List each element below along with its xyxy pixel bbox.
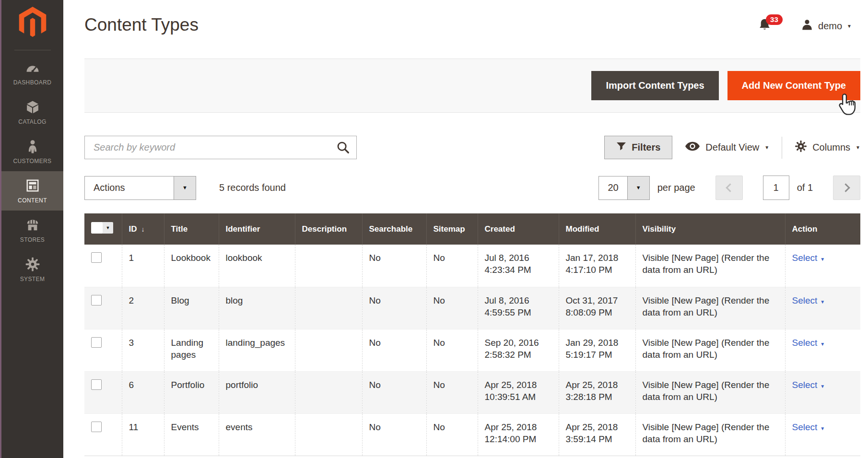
per-page-label: per page	[657, 182, 695, 193]
select-caret-icon: ▼	[820, 341, 825, 347]
per-page-select-arrow[interactable]: ▼	[627, 176, 649, 200]
col-header-sitemap[interactable]: Sitemap	[426, 213, 478, 245]
col-header-identifier[interactable]: Identifier	[219, 213, 295, 245]
magento-logo-icon[interactable]	[17, 7, 48, 40]
sidebar-item-stores[interactable]: STORES	[1, 211, 63, 250]
cell-created: Jul 8, 20164:23:34 PM	[478, 245, 559, 287]
cell-created: Sep 20, 20162:58:32 PM	[478, 329, 559, 371]
cell-title: Lookbook	[164, 245, 219, 287]
customers-icon	[1, 139, 63, 154]
table-row: 2 Blog blog No No Jul 8, 20164:59:55 PM …	[84, 287, 860, 329]
row-checkbox[interactable]	[91, 252, 102, 263]
per-page-value: 20	[599, 176, 627, 200]
col-header-modified[interactable]: Modified	[559, 213, 635, 245]
cell-id: 11	[122, 413, 164, 456]
select-all-dropdown[interactable]: ▼	[103, 222, 113, 234]
sidebar-item-label: SYSTEM	[1, 276, 63, 282]
cell-description	[295, 371, 362, 413]
cell-created: Apr 25, 201812:14:00 PM	[478, 413, 559, 456]
select-caret-icon: ▼	[820, 257, 825, 262]
select-caret-icon: ▼	[820, 384, 825, 389]
page-total-label: of 1	[797, 182, 813, 193]
cell-id: 3	[122, 329, 164, 371]
search-input[interactable]	[84, 136, 357, 159]
cell-identifier: portfolio	[219, 371, 295, 413]
notification-badge: 33	[766, 14, 783, 25]
sidebar-item-label: DASHBOARD	[1, 79, 63, 86]
select-action[interactable]: Select▼	[792, 422, 825, 432]
sidebar-item-dashboard[interactable]: DASHBOARD	[1, 53, 63, 93]
select-action[interactable]: Select▼	[792, 253, 825, 263]
sidebar-item-catalog[interactable]: CATALOG	[1, 93, 63, 132]
import-content-types-button[interactable]: Import Content Types	[591, 71, 718, 100]
actions-select-value: Actions	[85, 176, 174, 200]
eye-icon	[685, 141, 700, 153]
sidebar-divider	[14, 50, 51, 50]
sidebar-item-customers[interactable]: CUSTOMERS	[1, 132, 63, 171]
catalog-icon	[1, 100, 63, 115]
cell-identifier: blog	[219, 287, 295, 329]
cell-visibility: Visible [New Page] (Render the data from…	[635, 371, 785, 413]
page-title: Content Types	[84, 14, 199, 35]
search-icon[interactable]	[336, 140, 350, 156]
system-icon	[1, 257, 63, 272]
filters-button[interactable]: Filters	[604, 136, 672, 159]
cell-identifier: landing_pages	[219, 329, 295, 371]
col-header-title[interactable]: Title	[164, 213, 219, 245]
select-action[interactable]: Select▼	[792, 380, 825, 390]
col-header-id[interactable]: ID↓	[122, 213, 164, 245]
cell-id: 2	[122, 287, 164, 329]
table-row: 11 Events events No No Apr 25, 201812:14…	[84, 413, 860, 456]
col-header-action[interactable]: Action	[785, 213, 860, 245]
select-caret-icon: ▼	[820, 299, 825, 305]
per-page-select[interactable]: 20 ▼	[598, 176, 649, 200]
cell-searchable: No	[362, 329, 426, 371]
cell-searchable: No	[362, 413, 426, 456]
select-action[interactable]: Select▼	[792, 295, 825, 305]
page-number-input[interactable]	[763, 176, 789, 200]
chevron-right-icon	[841, 184, 850, 192]
columns-dropdown[interactable]: Columns ▼	[795, 140, 860, 155]
cell-searchable: No	[362, 287, 426, 329]
user-menu[interactable]: demo ▼	[801, 19, 852, 34]
default-view-dropdown[interactable]: Default View ▼	[685, 141, 769, 153]
cell-title: Events	[164, 413, 219, 456]
col-header-description[interactable]: Description	[295, 213, 362, 245]
row-checkbox[interactable]	[91, 337, 102, 348]
chevron-left-icon	[726, 184, 734, 192]
next-page-button[interactable]	[833, 176, 860, 200]
col-header-visibility[interactable]: Visibility	[635, 213, 785, 245]
cell-created: Apr 25, 201810:39:51 AM	[478, 371, 559, 413]
col-header-searchable[interactable]: Searchable	[362, 213, 426, 245]
col-header-created[interactable]: Created	[478, 213, 559, 245]
cell-title: Blog	[164, 287, 219, 329]
cell-sitemap: No	[426, 371, 478, 413]
sidebar-item-content[interactable]: CONTENT	[1, 171, 63, 211]
cell-identifier: lookbook	[219, 245, 295, 287]
grid-header-row: ▼ ID↓ Title Identifier Description Searc…	[84, 213, 860, 245]
select-action[interactable]: Select▼	[792, 338, 825, 348]
cell-identifier: events	[219, 413, 295, 456]
actions-select[interactable]: Actions ▼	[84, 176, 196, 200]
cell-modified: Jan 17, 20184:17:10 PM	[559, 245, 635, 287]
cell-visibility: Visible [New Page] (Render the data from…	[635, 287, 785, 329]
sidebar-item-label: CUSTOMERS	[1, 158, 63, 164]
row-checkbox[interactable]	[91, 422, 102, 432]
previous-page-button[interactable]	[716, 176, 743, 200]
sidebar-item-system[interactable]: SYSTEM	[1, 250, 63, 289]
cell-modified: Oct 31, 20178:08:09 PM	[559, 287, 635, 329]
actions-select-arrow[interactable]: ▼	[174, 176, 196, 200]
row-checkbox[interactable]	[91, 295, 102, 305]
filters-label: Filters	[632, 142, 660, 153]
cell-created: Jul 8, 20164:59:55 PM	[478, 287, 559, 329]
col-header-select-all: ▼	[84, 213, 122, 245]
keyword-search	[84, 136, 357, 159]
notifications-button[interactable]: 33	[758, 18, 785, 34]
cell-description	[295, 287, 362, 329]
cell-visibility: Visible [New Page] (Render the data from…	[635, 245, 785, 287]
row-checkbox[interactable]	[91, 379, 102, 390]
cell-searchable: No	[362, 371, 426, 413]
cell-modified: Jan 29, 20185:19:17 PM	[559, 329, 635, 371]
add-new-content-type-button[interactable]: Add New Content Type	[727, 71, 860, 100]
select-all-checkbox[interactable]	[91, 222, 103, 234]
